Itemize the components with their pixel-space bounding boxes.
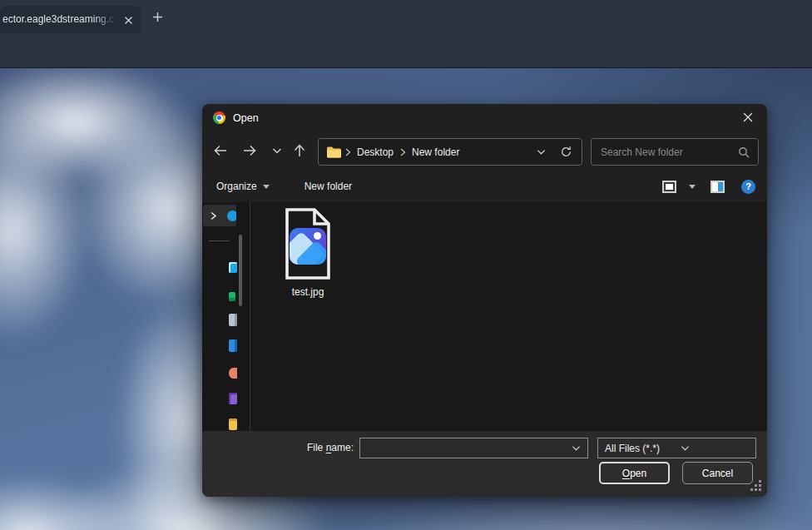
tab-title: ector.eagle3dstreaming.co bbox=[2, 6, 119, 33]
file-name-field-label: File name: bbox=[202, 442, 354, 453]
combo-chevron-icon[interactable] bbox=[572, 443, 581, 453]
organize-label: Organize bbox=[216, 181, 257, 192]
open-dialog: Open bbox=[202, 104, 767, 497]
nav-forward-icon[interactable] bbox=[240, 141, 260, 161]
nav-up-icon[interactable] bbox=[290, 141, 309, 161]
organize-button[interactable]: Organize bbox=[216, 181, 270, 192]
image-file-icon bbox=[284, 207, 332, 280]
address-dropdown-icon[interactable] bbox=[530, 147, 552, 156]
nav-back-icon[interactable] bbox=[210, 141, 230, 161]
sidebar-icon-fragment[interactable] bbox=[229, 339, 237, 352]
nav-recent-chevron-icon[interactable] bbox=[267, 141, 287, 161]
chevron-right-icon bbox=[344, 148, 351, 156]
combo-chevron-icon[interactable] bbox=[681, 443, 750, 453]
search-input[interactable] bbox=[601, 146, 738, 158]
dialog-footer: File name: All Files (*.*) Open Cancel bbox=[202, 431, 767, 497]
sidebar-icon-fragment[interactable] bbox=[229, 314, 237, 326]
sidebar-icon-fragment[interactable] bbox=[229, 292, 235, 301]
open-button[interactable]: Open bbox=[599, 462, 670, 484]
dialog-nav-row: Desktop New folder bbox=[202, 131, 767, 171]
new-folder-button[interactable]: New folder bbox=[304, 181, 352, 192]
dialog-titlebar[interactable]: Open bbox=[202, 104, 767, 131]
browser-toolbar: connector.eagle3dstreaming.com/v5/e3ds_d… bbox=[0, 33, 812, 68]
file-list[interactable]: test.jpg bbox=[251, 202, 767, 431]
tab-close-icon[interactable] bbox=[121, 12, 136, 27]
file-type-dropdown[interactable]: All Files (*.*) bbox=[597, 438, 756, 458]
sidebar-icon-fragment[interactable] bbox=[229, 393, 237, 404]
file-name-input[interactable] bbox=[365, 443, 572, 454]
chevron-right-icon bbox=[399, 148, 406, 156]
sidebar-icon-fragment[interactable] bbox=[229, 262, 237, 273]
sidebar-icon-fragment[interactable] bbox=[229, 368, 237, 379]
file-name-label: test.jpg bbox=[292, 286, 324, 298]
breadcrumb-segment-desktop[interactable]: Desktop bbox=[354, 146, 396, 158]
screen: ector.eagle3dstreaming.co c bbox=[0, 0, 812, 530]
preview-pane-icon[interactable] bbox=[710, 181, 725, 193]
caret-down-icon bbox=[263, 185, 270, 189]
expand-chevron-icon[interactable] bbox=[210, 211, 217, 220]
sidebar-item-icon bbox=[227, 211, 236, 221]
breadcrumb[interactable]: Desktop New folder bbox=[318, 138, 582, 166]
change-view-icon[interactable] bbox=[662, 181, 676, 193]
dialog-command-bar: Organize New folder ? bbox=[202, 171, 767, 202]
view-caret-icon[interactable] bbox=[689, 185, 696, 189]
search-box[interactable] bbox=[591, 138, 759, 166]
browser-tab-strip: ector.eagle3dstreaming.co bbox=[0, 0, 812, 33]
dialog-body: test.jpg bbox=[202, 202, 767, 431]
sidebar-selected-item[interactable] bbox=[203, 205, 236, 226]
cancel-button[interactable]: Cancel bbox=[682, 462, 753, 484]
file-type-value: All Files (*.*) bbox=[605, 443, 674, 454]
sidebar-divider bbox=[209, 240, 230, 241]
chrome-icon bbox=[213, 111, 225, 124]
browser-tab[interactable]: ector.eagle3dstreaming.co bbox=[0, 6, 141, 33]
help-icon[interactable]: ? bbox=[741, 180, 755, 194]
sidebar-icon-fragment[interactable] bbox=[229, 419, 237, 430]
refresh-icon[interactable] bbox=[552, 146, 580, 158]
dialog-close-icon[interactable] bbox=[735, 106, 760, 129]
file-item[interactable]: test.jpg bbox=[275, 207, 341, 298]
dialog-title: Open bbox=[233, 112, 259, 124]
file-name-combobox[interactable] bbox=[359, 438, 588, 458]
folder-icon bbox=[327, 146, 341, 158]
resize-grip[interactable] bbox=[750, 480, 753, 483]
new-tab-button[interactable] bbox=[150, 9, 166, 25]
sun-icon bbox=[314, 232, 321, 240]
sidebar-scrollbar[interactable] bbox=[239, 235, 242, 306]
search-icon bbox=[738, 146, 750, 158]
breadcrumb-segment-new-folder[interactable]: New folder bbox=[409, 146, 462, 158]
dialog-sidebar bbox=[202, 202, 250, 431]
image-thumbnail bbox=[290, 228, 326, 265]
